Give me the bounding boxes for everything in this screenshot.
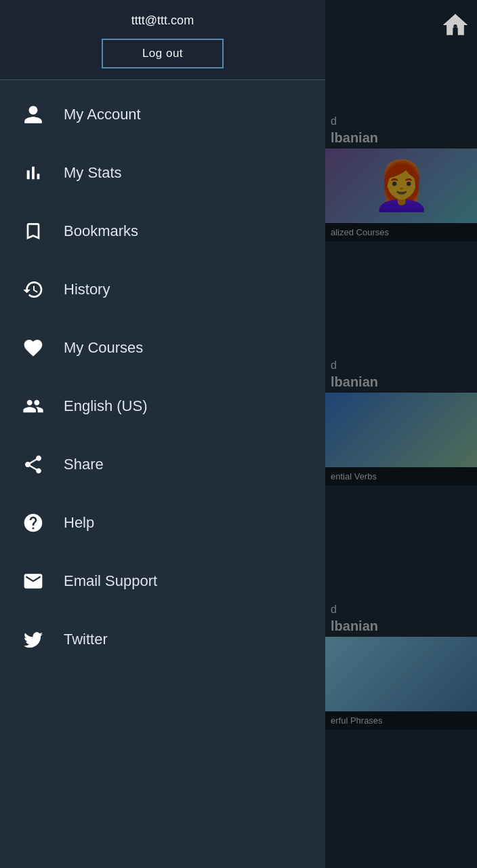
menu-label-my-stats: My Stats	[64, 164, 122, 182]
menu-label-english-us: English (US)	[64, 397, 147, 415]
menu-item-my-courses[interactable]: My Courses	[0, 319, 325, 377]
menu-item-my-account[interactable]: My Account	[0, 85, 325, 144]
bookmarks-icon	[19, 217, 47, 245]
menu-label-twitter: Twitter	[64, 631, 108, 648]
menu-label-help: Help	[64, 514, 94, 532]
help-icon	[19, 509, 47, 537]
share-icon	[19, 450, 47, 479]
menu-item-email-support[interactable]: Email Support	[0, 552, 325, 610]
svg-point-0	[453, 24, 457, 28]
email-icon	[19, 567, 47, 595]
menu-item-english-us[interactable]: English (US)	[0, 377, 325, 435]
menu-item-help[interactable]: Help	[0, 494, 325, 552]
history-icon	[19, 275, 47, 304]
navigation-drawer: tttt@ttt.com Log out My Account My Stats…	[0, 0, 325, 868]
drawer-menu: My Account My Stats Bookmarks History	[0, 80, 325, 868]
menu-item-history[interactable]: History	[0, 260, 325, 319]
dim-overlay	[325, 0, 477, 868]
menu-item-my-stats[interactable]: My Stats	[0, 144, 325, 202]
menu-item-twitter[interactable]: Twitter	[0, 610, 325, 669]
menu-label-history: History	[64, 281, 110, 298]
twitter-icon	[19, 625, 47, 654]
menu-label-my-account: My Account	[64, 106, 141, 123]
home-icon[interactable]	[440, 10, 470, 43]
menu-label-share: Share	[64, 456, 104, 473]
language-icon	[19, 392, 47, 420]
logout-button[interactable]: Log out	[102, 39, 224, 68]
menu-label-my-courses: My Courses	[64, 339, 143, 357]
drawer-header: tttt@ttt.com Log out	[0, 0, 325, 80]
menu-item-bookmarks[interactable]: Bookmarks	[0, 202, 325, 260]
menu-label-bookmarks: Bookmarks	[64, 222, 138, 240]
stats-icon	[19, 159, 47, 187]
heart-icon	[19, 334, 47, 362]
menu-item-share[interactable]: Share	[0, 435, 325, 494]
account-icon	[19, 100, 47, 129]
user-email: tttt@ttt.com	[16, 14, 309, 28]
menu-label-email-support: Email Support	[64, 572, 157, 590]
